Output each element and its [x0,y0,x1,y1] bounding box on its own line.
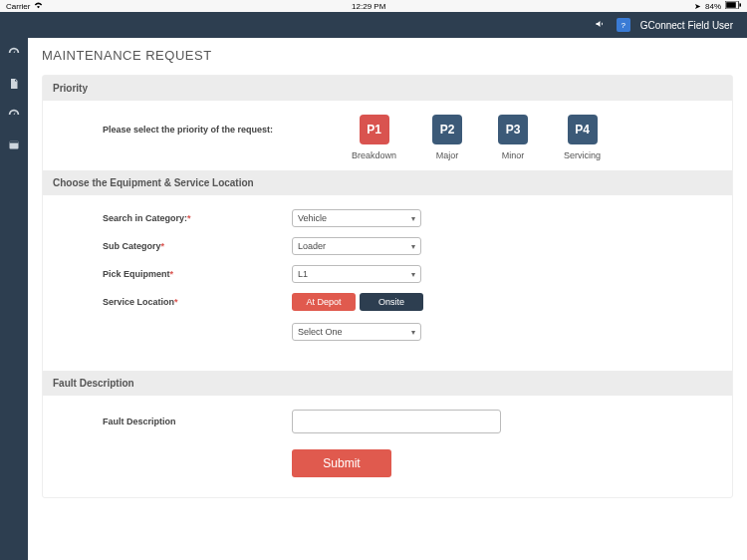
carrier-label: Carrier [6,2,30,11]
user-name[interactable]: GConnect Field User [640,20,733,31]
status-bar: Carrier 12:29 PM ➤ 84% [0,0,747,12]
priority-p2-label: Major [432,150,462,160]
document-icon[interactable] [8,77,20,94]
priority-tiles: P1 Breakdown P2 Major P3 Minor P4 Servic… [352,115,601,160]
pick-equipment-value: L1 [298,269,308,279]
wifi-icon [34,2,43,11]
equipment-section-head: Choose the Equipment & Service Location [43,170,732,195]
pick-equipment-label: Pick Equipment* [103,269,292,279]
fault-label: Fault Description [103,417,292,426]
chevron-down-icon: ▾ [411,214,415,223]
svg-rect-2 [739,3,741,6]
pick-equipment-select[interactable]: L1 ▾ [292,265,421,283]
chevron-down-icon: ▾ [411,242,415,251]
priority-p4-label: Servicing [564,150,601,160]
submit-button[interactable]: Submit [292,449,391,477]
priority-p4-box: P4 [568,115,598,144]
status-time: 12:29 PM [352,2,385,11]
page-title: MAINTENANCE REQUEST [42,48,733,63]
service-location-toggle: At Depot Onsite [292,293,423,311]
subcategory-value: Loader [298,241,326,251]
priority-p3[interactable]: P3 Minor [498,115,528,160]
sidebar [0,38,28,560]
select-one-value: Select One [298,327,343,337]
dashboard-icon[interactable] [7,46,21,63]
service-location-label: Service Location* [103,297,292,307]
location-icon: ➤ [694,2,701,11]
battery-icon [725,1,741,11]
chevron-down-icon: ▾ [411,328,415,337]
svg-rect-1 [726,2,736,8]
at-depot-button[interactable]: At Depot [292,293,356,311]
category-select[interactable]: Vehicle ▾ [292,209,421,227]
category-label: Search in Category:* [103,213,292,223]
subcategory-select[interactable]: Loader ▾ [292,237,421,255]
chevron-down-icon: ▾ [411,270,415,279]
priority-section-head: Priority [43,76,732,101]
form-card: Priority Please select the priority of t… [42,75,733,498]
fault-description-input[interactable] [292,410,501,433]
priority-p1[interactable]: P1 Breakdown [352,115,396,160]
calendar-icon[interactable] [8,139,20,153]
battery-pct: 84% [705,2,721,11]
fault-section-head: Fault Description [43,371,732,396]
priority-p3-box: P3 [498,115,528,144]
app-header: ? GConnect Field User [0,12,747,38]
svg-rect-4 [10,141,19,143]
main-content: MAINTENANCE REQUEST Priority Please sele… [28,38,747,560]
priority-p1-label: Breakdown [352,150,396,160]
priority-p1-box: P1 [360,115,389,144]
priority-p4[interactable]: P4 Servicing [564,115,601,160]
category-value: Vehicle [298,213,327,223]
priority-p2[interactable]: P2 Major [432,115,462,160]
megaphone-icon[interactable] [595,18,607,32]
subcategory-label: Sub Category* [103,241,292,251]
priority-p2-box: P2 [432,115,462,144]
select-one-dropdown[interactable]: Select One ▾ [292,323,421,341]
user-avatar[interactable]: ? [617,18,630,32]
onsite-button[interactable]: Onsite [360,293,423,311]
gauge-icon[interactable] [7,108,21,125]
priority-p3-label: Minor [498,150,528,160]
priority-prompt: Please select the priority of the reques… [103,115,352,135]
